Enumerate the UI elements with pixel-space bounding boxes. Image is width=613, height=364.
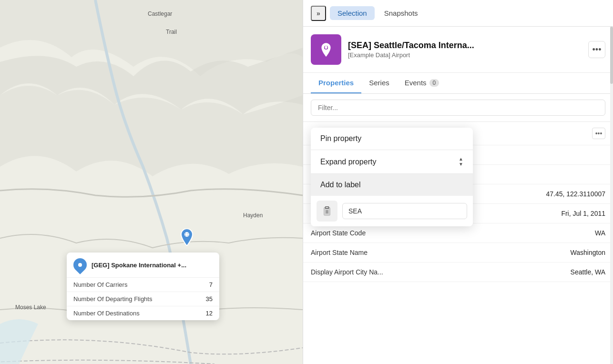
- events-badge: 0: [429, 79, 439, 87]
- sub-tab-series[interactable]: Series: [361, 73, 397, 93]
- sub-tabs: Properties Series Events 0: [303, 73, 613, 94]
- expand-property-label: Expand property: [320, 158, 376, 166]
- sub-tab-events[interactable]: Events 0: [397, 73, 447, 93]
- popup-label-departing: Number Of Departing Flights: [73, 295, 152, 303]
- entity-pin-icon: [319, 42, 333, 57]
- tab-snapshots[interactable]: Snapshots: [377, 6, 426, 20]
- prop-label: Airport State Name: [311, 249, 368, 256]
- map-popup: [GEG] Spokane International +... Number …: [67, 253, 219, 320]
- prop-label: Airport State Code: [311, 229, 366, 237]
- entity-more-button[interactable]: •••: [588, 41, 605, 58]
- tab-selection[interactable]: Selection: [330, 6, 375, 20]
- add-to-label-input[interactable]: [342, 203, 467, 219]
- popup-row-departing: Number Of Departing Flights 35: [67, 292, 219, 306]
- entity-header: [SEA] Seattle/Tacoma Interna... [Example…: [303, 27, 613, 73]
- popup-rows: Number Of Carriers 7 Number Of Departing…: [67, 278, 219, 320]
- popup-row-carriers: Number Of Carriers 7: [67, 278, 219, 292]
- prop-label: Display Airport City Na...: [311, 268, 383, 276]
- popup-title: [GEG] Spokane International +...: [92, 262, 186, 269]
- context-dropdown-menu: Pin property Expand property ▲ ▼ Add to …: [311, 128, 473, 226]
- map-popup-header: [GEG] Spokane International +...: [67, 253, 219, 278]
- popup-label-destinations: Number Of Destinations: [73, 310, 140, 317]
- entity-info: [SEA] Seattle/Tacoma Interna... [Example…: [348, 40, 582, 59]
- prop-more-button[interactable]: •••: [592, 128, 605, 139]
- popup-value-destinations: 12: [206, 310, 213, 317]
- filter-bar: [303, 94, 613, 122]
- prop-row-city-name: Display Airport City Na... Seattle, WA: [303, 263, 613, 282]
- pin-property-label: Pin property: [320, 134, 361, 143]
- filter-input[interactable]: [311, 100, 605, 116]
- svg-rect-5: [325, 207, 328, 209]
- collapse-button[interactable]: »: [311, 6, 326, 21]
- clipboard-icon-box: [317, 201, 337, 222]
- dropdown-add-to-label[interactable]: Add to label: [311, 174, 473, 196]
- prop-row-state-name: Airport State Name Washington: [303, 243, 613, 263]
- prop-row-state-code: Airport State Code WA: [303, 223, 613, 243]
- entity-name: [SEA] Seattle/Tacoma Interna...: [348, 40, 582, 51]
- dots-icon: •••: [593, 45, 602, 55]
- entity-icon-box: [311, 34, 341, 65]
- prop-value: WA: [595, 229, 605, 237]
- popup-label-carriers: Number Of Carriers: [73, 281, 127, 288]
- prop-value: 47.45, 122.3110007: [546, 190, 605, 198]
- map-pin-spokane[interactable]: [179, 229, 194, 244]
- popup-value-departing: 35: [206, 295, 213, 303]
- right-panel: » Selection Snapshots [SEA] Seattle/Taco…: [303, 0, 613, 364]
- prop-value: Seattle, WA: [571, 268, 605, 276]
- expand-arrows-icon: ▲ ▼: [459, 157, 463, 167]
- dots-icon: •••: [595, 130, 603, 137]
- popup-value-carriers: 7: [209, 281, 213, 288]
- chevron-left-icon: »: [317, 10, 320, 17]
- dropdown-pin-property[interactable]: Pin property: [311, 128, 473, 150]
- popup-pin-icon: [71, 255, 90, 274]
- clipboard-icon: [322, 206, 332, 216]
- panel-header: » Selection Snapshots: [303, 0, 613, 27]
- tab-group: Selection Snapshots: [330, 6, 426, 20]
- add-to-label-section: [311, 196, 473, 226]
- prop-value: Washington: [571, 249, 605, 256]
- dropdown-expand-property[interactable]: Expand property ▲ ▼: [311, 150, 473, 173]
- map-container[interactable]: Castlegar Trail Hayden Moses Lake [GEG] …: [0, 0, 303, 364]
- scrollbar-track[interactable]: [610, 27, 613, 364]
- add-to-label-label: Add to label: [320, 181, 361, 189]
- popup-row-destinations: Number Of Destinations 12: [67, 306, 219, 320]
- scrollbar-thumb[interactable]: [610, 27, 613, 84]
- prop-value: Fri, Jul 1, 2011: [561, 210, 605, 217]
- entity-subtitle: [Example Data] Airport: [348, 51, 582, 59]
- sub-tab-properties[interactable]: Properties: [311, 73, 361, 93]
